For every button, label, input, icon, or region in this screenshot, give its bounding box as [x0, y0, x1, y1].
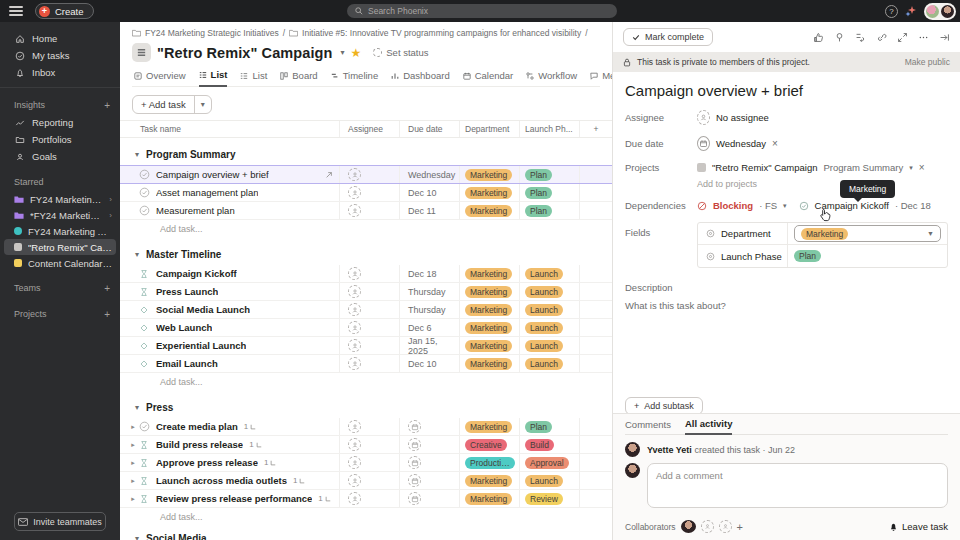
- add-task-inline[interactable]: Add task...: [120, 220, 612, 238]
- phase-tag[interactable]: Build: [525, 439, 554, 451]
- assignee-avatar-empty[interactable]: [348, 474, 361, 487]
- more-icon[interactable]: [918, 32, 929, 43]
- department-tag[interactable]: Marketing: [465, 493, 512, 505]
- sparkle-ai-icon[interactable]: [905, 5, 917, 17]
- field-launch-phase[interactable]: Launch Phase: [698, 245, 788, 267]
- assignee-avatar-empty[interactable]: [348, 168, 361, 181]
- table-row[interactable]: ▸ Launch across media outlets 1 Marketin…: [120, 472, 612, 490]
- dependency-type[interactable]: Blocking: [713, 200, 753, 211]
- due-date-empty-icon[interactable]: [408, 438, 421, 451]
- phase-tag[interactable]: Launch: [525, 322, 563, 334]
- tab-overview[interactable]: Overview: [134, 70, 186, 86]
- add-team-icon[interactable]: +: [104, 283, 110, 294]
- department-tag[interactable]: Marketing: [465, 268, 512, 280]
- assignee-avatar-empty[interactable]: [348, 303, 361, 316]
- remove-project-icon[interactable]: ×: [919, 162, 925, 173]
- due-date-empty-icon[interactable]: [408, 474, 421, 487]
- collaborator-avatar-empty[interactable]: [701, 520, 714, 533]
- department-tag[interactable]: Creative: [465, 439, 507, 451]
- due-date[interactable]: Dec 6: [408, 323, 432, 333]
- table-row[interactable]: ▸ Create media plan 1 Marketing Plan: [120, 418, 612, 436]
- attachment-icon[interactable]: [834, 32, 845, 43]
- phase-tag[interactable]: Plan: [794, 250, 821, 262]
- milestone-icon[interactable]: [138, 476, 150, 486]
- open-details-icon[interactable]: [325, 171, 333, 179]
- chevron-down-icon[interactable]: ▾: [783, 202, 787, 210]
- star-icon[interactable]: ★: [351, 46, 362, 60]
- dependency-mode[interactable]: FS: [765, 200, 777, 211]
- breadcrumb-link[interactable]: Initiative #5: Innovative TV programming…: [302, 28, 581, 38]
- account-switcher[interactable]: [924, 3, 956, 20]
- phase-tag[interactable]: Launch: [525, 286, 563, 298]
- due-date-field[interactable]: Wednesday ×: [697, 136, 948, 151]
- assignee-avatar-empty[interactable]: [348, 420, 361, 433]
- help-icon[interactable]: ?: [885, 5, 898, 18]
- section-header-partial[interactable]: ▾ Social Media: [120, 531, 612, 540]
- assignee-avatar-empty[interactable]: [348, 438, 361, 451]
- milestone-icon[interactable]: [138, 440, 150, 450]
- check-circle-icon[interactable]: [138, 421, 150, 432]
- milestone-diamond-icon[interactable]: [138, 359, 150, 369]
- due-date[interactable]: Dec 10: [408, 359, 437, 369]
- tab-calendar[interactable]: Calendar: [463, 70, 514, 86]
- department-tag[interactable]: Marketing: [465, 286, 512, 298]
- expand-caret-icon[interactable]: ▸: [128, 441, 138, 449]
- chevron-down-icon[interactable]: ▾: [909, 164, 913, 172]
- department-tag[interactable]: Marketing: [465, 187, 512, 199]
- hamburger-menu-icon[interactable]: [9, 6, 23, 16]
- description-input[interactable]: What is this task about?: [625, 300, 948, 311]
- phase-tag[interactable]: Plan: [525, 187, 552, 199]
- field-department[interactable]: Department: [698, 223, 788, 244]
- add-task-button[interactable]: + Add task: [133, 96, 195, 113]
- add-subtask-button[interactable]: + Add subtask: [625, 397, 703, 413]
- assignee-avatar-empty[interactable]: [348, 456, 361, 469]
- subtask-icon[interactable]: [855, 32, 866, 43]
- tab-dashboard[interactable]: Dashboard: [391, 70, 449, 86]
- table-row[interactable]: Measurement plan Dec 11 Marketing Plan: [120, 202, 612, 220]
- department-dropdown[interactable]: Marketing ▼: [794, 225, 941, 242]
- due-date-empty-icon[interactable]: [408, 492, 421, 505]
- starred-item[interactable]: Content Calendar AoT: [4, 255, 116, 271]
- milestone-diamond-icon[interactable]: [138, 341, 150, 351]
- assignee-field[interactable]: No assignee: [697, 110, 948, 125]
- col-department[interactable]: Department: [460, 121, 520, 137]
- table-row[interactable]: Campaign Kickoff Dec 18 Marketing Launch: [120, 265, 612, 283]
- sidebar-item-goals[interactable]: Goals: [0, 148, 120, 165]
- invite-teammates-button[interactable]: Invite teammates: [14, 512, 106, 531]
- department-tag[interactable]: Marketing: [465, 205, 512, 217]
- col-assignee[interactable]: Assignee: [340, 121, 400, 137]
- add-task-inline[interactable]: Add task...: [120, 508, 612, 526]
- tab-board[interactable]: Board: [280, 70, 317, 86]
- assignee-avatar-empty[interactable]: [348, 492, 361, 505]
- add-project-icon[interactable]: +: [104, 309, 110, 320]
- project-field[interactable]: "Retro Remix" Campaign Program Summary ▾…: [697, 162, 948, 173]
- assignee-avatar-empty[interactable]: [348, 357, 361, 370]
- expand-caret-icon[interactable]: ▸: [128, 459, 138, 467]
- tab-workflow[interactable]: Workflow: [526, 70, 577, 86]
- milestone-diamond-icon[interactable]: [138, 323, 150, 333]
- add-task-inline[interactable]: Add task...: [120, 373, 612, 391]
- due-date[interactable]: Thursday: [408, 287, 446, 297]
- tab-timeline[interactable]: Timeline: [331, 70, 379, 86]
- sidebar-item-reporting[interactable]: Reporting: [0, 114, 120, 131]
- due-date[interactable]: Thursday: [408, 305, 446, 315]
- check-circle-icon[interactable]: [138, 169, 150, 180]
- department-tag[interactable]: Marketing: [465, 340, 512, 352]
- collapse-panel-icon[interactable]: [939, 32, 950, 43]
- tab-list[interactable]: List: [199, 69, 228, 87]
- starred-item[interactable]: FY24 Marketing Stra... ›: [4, 191, 116, 207]
- department-tag[interactable]: Marketing: [465, 322, 512, 334]
- leave-task-button[interactable]: Leave task: [889, 521, 948, 532]
- milestone-icon[interactable]: [138, 458, 150, 468]
- table-row[interactable]: ▸ Approve press release 1 Production App…: [120, 454, 612, 472]
- phase-tag[interactable]: Plan: [525, 169, 552, 181]
- expand-caret-icon[interactable]: ▸: [128, 423, 138, 431]
- phase-tag[interactable]: Launch: [525, 340, 563, 352]
- table-row[interactable]: Web Launch Dec 6 Marketing Launch: [120, 319, 612, 337]
- sidebar-item-portfolios[interactable]: Portfolios: [0, 131, 120, 148]
- starred-item-retro-remix[interactable]: "Retro Remix" Campaign: [4, 239, 116, 255]
- make-public-button[interactable]: Make public: [905, 57, 950, 67]
- search-input[interactable]: Search Phoenix: [347, 4, 617, 18]
- milestone-icon[interactable]: [138, 494, 150, 504]
- due-date-empty-icon[interactable]: [408, 456, 421, 469]
